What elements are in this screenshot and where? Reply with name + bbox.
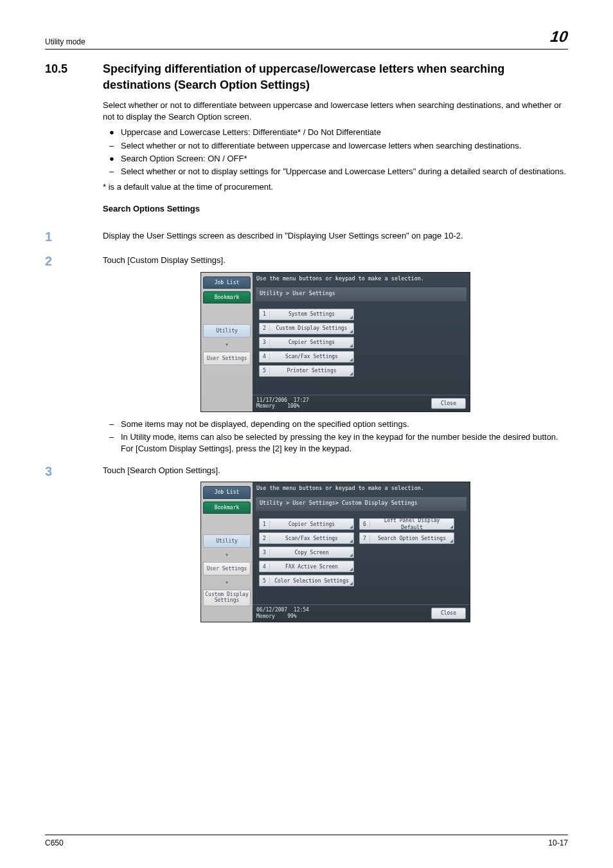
lcd-screenshot-custom-display: Job List Bookmark Utility ▾ User Setting… bbox=[200, 482, 470, 622]
tab-bookmark[interactable]: Bookmark bbox=[203, 502, 251, 514]
menu-system-settings[interactable]: 1System Settings bbox=[259, 309, 354, 320]
menu-copier-settings[interactable]: 1Copier Settings bbox=[259, 518, 354, 530]
footer-mem: 99% bbox=[287, 613, 296, 619]
lcd-sidebar: Job List Bookmark Utility ▾ User Setting… bbox=[201, 482, 253, 621]
page: Utility mode 10 10.5 Specifying differen… bbox=[0, 0, 613, 868]
step-1: 1 Display the User Settings screen as de… bbox=[45, 228, 568, 246]
nav-custom-display-settings[interactable]: Custom Display Settings bbox=[203, 590, 251, 606]
bullet-text: Uppercase and Lowercase Letters: Differe… bbox=[121, 127, 568, 138]
page-footer: C650 10-17 bbox=[45, 835, 568, 849]
lcd-screenshot-user-settings: Job List Bookmark Utility ▾ User Setting… bbox=[200, 272, 470, 412]
lcd-main: Use the menu buttons or keypad to make a… bbox=[253, 482, 470, 621]
menu-left-panel-display-default[interactable]: 6Left Panel Display Default bbox=[359, 518, 454, 530]
note-text: In Utility mode, items can also be selec… bbox=[121, 431, 568, 455]
menu-scan-fax-settings[interactable]: 4Scan/Fax Settings bbox=[259, 351, 354, 363]
footer-left: C650 bbox=[45, 838, 64, 849]
footer-mem-label: Memory bbox=[256, 403, 275, 409]
lcd-main: Use the menu buttons or keypad to make a… bbox=[253, 273, 470, 411]
note-text: Some items may not be displayed, dependi… bbox=[121, 419, 568, 430]
default-note: * is a default value at the time of proc… bbox=[103, 181, 568, 193]
menu-custom-display-settings[interactable]: 2Custom Display Settings bbox=[259, 323, 354, 334]
step-3: 3 Touch [Search Option Settings]. Job Li… bbox=[45, 462, 568, 628]
bullet-text: Select whether or not to display setting… bbox=[121, 166, 568, 177]
chevron-down-icon: ▾ bbox=[203, 578, 251, 587]
section-intro: Select whether or not to differentiate b… bbox=[103, 100, 568, 123]
chevron-down-icon: ▾ bbox=[203, 550, 251, 559]
step-2: 2 Touch [Custom Display Settings]. Job L… bbox=[45, 252, 568, 456]
chevron-down-icon: ▾ bbox=[203, 340, 251, 349]
menu-copy-screen[interactable]: 3Copy Screen bbox=[259, 547, 354, 558]
step-text: Touch [Custom Display Settings]. bbox=[103, 252, 568, 266]
section-title: Specifying differentiation of uppercase/… bbox=[103, 61, 568, 93]
bullet-text: Search Option Screen: ON / OFF* bbox=[121, 153, 568, 165]
step-number: 1 bbox=[45, 228, 103, 246]
menu-scan-fax-settings[interactable]: 2Scan/Fax Settings bbox=[259, 532, 354, 544]
footer-mem-label: Memory bbox=[256, 613, 275, 619]
footer-mem: 100% bbox=[287, 403, 299, 409]
step-text: Touch [Search Option Settings]. bbox=[103, 462, 568, 476]
bullet-list: ●Uppercase and Lowercase Letters: Differ… bbox=[103, 127, 568, 177]
section-number: 10.5 bbox=[45, 61, 103, 221]
tab-bookmark[interactable]: Bookmark bbox=[203, 291, 251, 303]
footer-time: 17:27 bbox=[294, 397, 309, 403]
menu-copier-settings[interactable]: 3Copier Settings bbox=[259, 337, 354, 348]
section-heading-row: 10.5 Specifying differentiation of upper… bbox=[45, 61, 568, 221]
footer-right: 10-17 bbox=[548, 838, 568, 849]
lcd-menu: 1System Settings 2Custom Display Setting… bbox=[253, 305, 470, 395]
menu-fax-active-screen[interactable]: 4FAX Active Screen bbox=[259, 561, 354, 572]
procedure-heading: Search Options Settings bbox=[103, 203, 568, 215]
menu-search-option-settings[interactable]: 7Search Option Settings bbox=[359, 532, 454, 544]
nav-utility[interactable]: Utility bbox=[203, 534, 251, 548]
lcd-instruction: Use the menu buttons or keypad to make a… bbox=[253, 482, 470, 495]
footer-date: 11/17/2006 bbox=[256, 397, 287, 403]
lcd-sidebar: Job List Bookmark Utility ▾ User Setting… bbox=[201, 273, 253, 411]
nav-utility[interactable]: Utility bbox=[203, 324, 251, 338]
step-number: 3 bbox=[45, 462, 103, 628]
step-number: 2 bbox=[45, 252, 103, 456]
lcd-footer: 11/17/2006 17:27 Memory 100% Close bbox=[253, 395, 470, 411]
step-text: Display the User Settings screen as desc… bbox=[103, 228, 568, 242]
breadcrumb: Utility > User Settings bbox=[255, 287, 467, 302]
nav-user-settings[interactable]: User Settings bbox=[203, 352, 251, 365]
footer-time: 12:54 bbox=[294, 607, 309, 613]
menu-color-selection-settings[interactable]: 5Color Selection Settings bbox=[259, 575, 354, 586]
tab-job-list[interactable]: Job List bbox=[203, 276, 251, 289]
footer-date: 06/12/2007 bbox=[256, 607, 287, 613]
tab-job-list[interactable]: Job List bbox=[203, 486, 251, 498]
lcd-footer: 06/12/2007 12:54 Memory 99% Close bbox=[253, 604, 470, 621]
nav-user-settings[interactable]: User Settings bbox=[203, 562, 251, 575]
close-button[interactable]: Close bbox=[431, 608, 466, 619]
bullet-text: Select whether or not to differentiate b… bbox=[121, 140, 568, 152]
running-header: Utility mode 10 bbox=[45, 26, 568, 50]
lcd-instruction: Use the menu buttons or keypad to make a… bbox=[253, 273, 470, 285]
close-button[interactable]: Close bbox=[431, 398, 466, 409]
lcd-menu: 1Copier Settings 6Left Panel Display Def… bbox=[253, 514, 470, 604]
chapter-number: 10 bbox=[549, 26, 569, 48]
menu-printer-settings[interactable]: 5Printer Settings bbox=[259, 365, 354, 377]
header-left: Utility mode bbox=[45, 37, 85, 48]
step-2-notes: –Some items may not be displayed, depend… bbox=[103, 419, 568, 455]
breadcrumb: Utility > User Settings> Custom Display … bbox=[255, 496, 467, 512]
